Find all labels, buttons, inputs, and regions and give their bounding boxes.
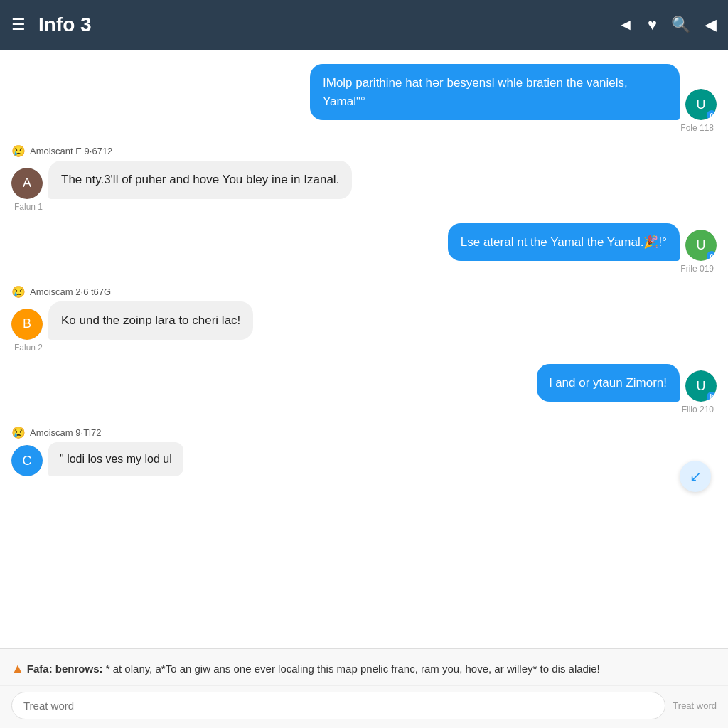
sender-emoji: 😢 xyxy=(11,426,26,439)
header-actions: ◄ ♥ 🔍 ◀ xyxy=(618,16,717,34)
message-bubble[interactable]: Lse ateral nt the Yamal the Yamal.🎉!° xyxy=(448,223,680,262)
notification-bold: Fafa: benrows: xyxy=(27,663,103,675)
message-bubble[interactable]: " lodi los ves my lod ul xyxy=(48,442,183,476)
sender-info: 😢 Amoiscant E 9·6712 xyxy=(11,144,112,158)
message-bubble[interactable]: Ko und the zoinp lara to cheri lac! xyxy=(48,301,253,340)
input-row: Treat word xyxy=(0,685,728,728)
message-timestamp: Falun 2 xyxy=(11,343,46,353)
chat-area: U 0 IMolp parithine hat hər besyensl whl… xyxy=(0,50,728,648)
bubble-container: A The nty.3'll of puher and hove You ble… xyxy=(11,161,352,199)
bubble-container: U 0 IMolp parithine hat hər besyensl whl… xyxy=(310,64,717,120)
message-timestamp: Frile 019 xyxy=(678,264,717,274)
sender-name: Amoiscam 2·6 t67G xyxy=(30,287,111,297)
avatar-badge: 0 xyxy=(707,110,717,120)
avatar-badge: 0 xyxy=(707,251,717,261)
notification-bar: ▲Fafa: benrows: * at olany, a*To an giw … xyxy=(0,648,728,685)
avatar-badge: k xyxy=(707,392,717,402)
notification-text: * at olany, a*To an giw ans one ever loc… xyxy=(103,663,600,675)
scroll-down-button[interactable]: ↙ xyxy=(680,461,711,492)
menu-icon[interactable]: ☰ xyxy=(11,16,26,34)
message-input[interactable] xyxy=(11,692,665,719)
heart-icon[interactable]: ♥ xyxy=(648,16,657,34)
sender-emoji: 😢 xyxy=(11,144,26,158)
chat-wrapper: U 0 IMolp parithine hat hər besyensl whl… xyxy=(0,50,728,648)
sender-info: 😢 Amoiscam 2·6 t67G xyxy=(11,285,111,299)
message-row-1: U 0 IMolp parithine hat hər besyensl whl… xyxy=(11,64,717,133)
avatar: U 0 xyxy=(685,230,717,261)
sender-info: 😢 Amoiscam 9·Tl72 xyxy=(11,426,101,439)
avatar: U k xyxy=(685,370,717,402)
message-timestamp: Fole 118 xyxy=(678,123,717,133)
bubble-container: C " lodi los ves my lod ul xyxy=(11,442,183,476)
message-row-2: 😢 Amoiscant E 9·6712 A The nty.3'll of p… xyxy=(11,144,717,212)
message-row-4: 😢 Amoiscam 2·6 t67G B Ko und the zoinp l… xyxy=(11,285,717,353)
back-icon[interactable]: ◄ xyxy=(618,16,633,34)
page-title: Info 3 xyxy=(38,14,618,36)
search-icon[interactable]: 🔍 xyxy=(671,16,690,34)
sender-emoji: 😢 xyxy=(11,285,26,299)
share-icon[interactable]: ◀ xyxy=(705,16,717,34)
message-row-3: U 0 Lse ateral nt the Yamal the Yamal.🎉!… xyxy=(11,223,717,274)
header: ☰ Info 3 ◄ ♥ 🔍 ◀ xyxy=(0,0,728,50)
message-bubble[interactable]: IMolp parithine hat hər besyensl whle br… xyxy=(310,64,680,120)
avatar-inner: A xyxy=(11,168,43,199)
sender-name: Amoiscant E 9·6712 xyxy=(30,146,112,156)
message-row-6: 😢 Amoiscam 9·Tl72 C " lodi los ves my lo… xyxy=(11,426,717,476)
warning-icon: ▲ xyxy=(11,661,24,675)
bubble-container: B Ko und the zoinp lara to cheri lac! xyxy=(11,301,253,340)
avatar-inner: C xyxy=(11,445,43,476)
avatar: U 0 xyxy=(685,89,717,120)
avatar: A xyxy=(11,168,43,199)
avatar: B xyxy=(11,309,43,340)
message-timestamp: Fillo 210 xyxy=(679,405,717,414)
message-bubble[interactable]: l and or ytaun Zimorn! xyxy=(537,364,680,402)
bubble-container: U k l and or ytaun Zimorn! xyxy=(537,364,717,402)
message-timestamp: Falun 1 xyxy=(11,202,46,212)
sender-name: Amoiscam 9·Tl72 xyxy=(30,427,101,438)
message-row-5: U k l and or ytaun Zimorn!Fillo 210 xyxy=(11,364,717,415)
input-label: Treat word xyxy=(673,700,717,711)
message-bubble[interactable]: The nty.3'll of puher and hove You bley … xyxy=(48,161,352,199)
bubble-container: U 0 Lse ateral nt the Yamal the Yamal.🎉!… xyxy=(448,223,717,262)
avatar-inner: B xyxy=(11,309,43,340)
avatar: C xyxy=(11,445,43,476)
